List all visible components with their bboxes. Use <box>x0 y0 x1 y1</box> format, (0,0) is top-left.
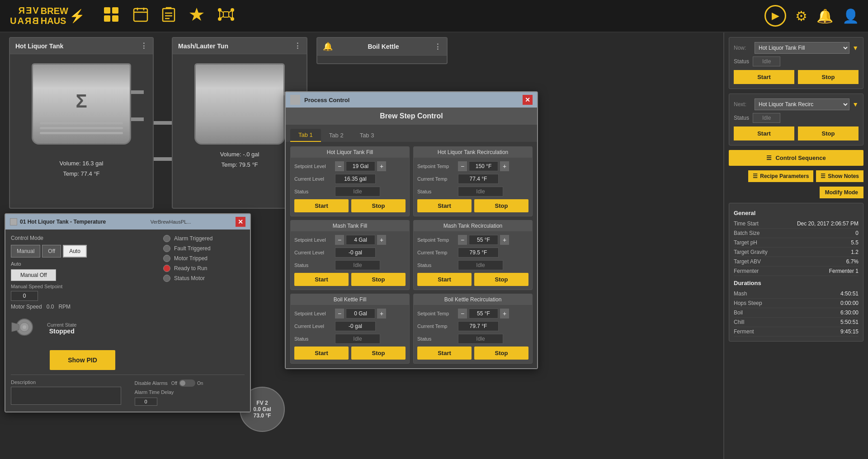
bk-recirc-stop-button[interactable]: Stop <box>474 347 528 360</box>
mash-recirc-title: Mash Tank Recirculation <box>414 220 532 231</box>
mash-fill-start-button[interactable]: Start <box>294 273 349 286</box>
manual-off-button[interactable]: Manual Off <box>11 269 56 281</box>
hlt-fill-start-button[interactable]: Start <box>294 199 349 212</box>
pid-close-button[interactable]: ✕ <box>236 217 245 227</box>
hlt-recirc-status-label: Status <box>417 189 458 194</box>
description-label: Description <box>11 379 121 385</box>
bk-fill-setpoint-plus[interactable]: + <box>377 309 386 318</box>
pid-bottom-section: Description Disable Alarms Off On <box>11 375 245 406</box>
process-control-tabs: Tab 1 Tab 2 Tab 3 <box>286 125 537 142</box>
pid-minimize-icon[interactable] <box>10 218 17 225</box>
ready-to-run-label: Ready to Run <box>174 265 207 272</box>
now-status-value: Idle <box>753 56 780 66</box>
recipe-params-button[interactable]: ☰ Recipe Parameters <box>748 170 813 182</box>
alarm-time-delay-input[interactable] <box>135 398 157 406</box>
show-pid-button[interactable]: Show PID <box>50 350 115 370</box>
auto-mode-button[interactable]: Auto <box>63 245 87 258</box>
modal-minimize-button[interactable] <box>290 95 300 105</box>
bk-recirc-start-button[interactable]: Start <box>417 347 472 360</box>
mlt-menu-icon[interactable]: ⋮ <box>294 42 301 50</box>
hlt-temp: Temp: 77.4 °F <box>60 169 104 179</box>
manual-mode-button[interactable]: Manual <box>11 245 40 258</box>
main-content: Hot Liquor Tank ⋮ Σ <box>0 33 868 459</box>
time-start-label: Time Start <box>734 220 759 227</box>
hlt-fill-stop-button[interactable]: Stop <box>351 199 406 212</box>
svg-point-29 <box>23 325 26 329</box>
off-mode-button[interactable]: Off <box>42 245 61 258</box>
now-status-row: Status Idle <box>734 56 859 66</box>
status-motor-indicator <box>163 275 170 282</box>
mash-recirc-status-label: Status <box>417 262 458 268</box>
toggle-track[interactable] <box>179 379 195 387</box>
mash-recirc-buttons: Start Stop <box>417 273 528 286</box>
clipboard-icon[interactable] <box>162 7 175 25</box>
mash-fill-stop-button[interactable]: Stop <box>351 273 406 286</box>
bk-fill-status-value: Idle <box>335 334 380 344</box>
next-stop-button[interactable]: Stop <box>798 126 859 141</box>
target-abv-label: Target ABV <box>734 258 761 265</box>
next-name-select[interactable]: Hot Liquor Tank Recirc <box>755 98 849 110</box>
user-icon[interactable]: 👤 <box>842 8 859 24</box>
next-sequence-buttons: Start Stop <box>734 126 859 141</box>
mash-recirc-stop-button[interactable]: Stop <box>474 273 528 286</box>
mash-recirc-setpoint-plus[interactable]: + <box>500 235 509 245</box>
notification-icon[interactable]: 🔔 <box>816 8 833 24</box>
next-name-row: Next: Hot Liquor Tank Recirc ▼ <box>734 98 859 110</box>
fermenter-param: Fermenter Fermenter 1 <box>734 267 859 276</box>
bk-recirc-setpoint-minus[interactable]: − <box>458 309 467 318</box>
now-start-button[interactable]: Start <box>734 70 794 84</box>
mash-recirc-start-button[interactable]: Start <box>417 273 472 286</box>
tab-3[interactable]: Tab 3 <box>352 129 382 142</box>
brew-step-control-title: Brew Step Control <box>380 112 443 120</box>
ferment-duration-param: Ferment 9:45:15 <box>734 327 859 337</box>
bk-fill-start-button[interactable]: Start <box>294 347 349 360</box>
tab-1[interactable]: Tab 1 <box>290 129 321 142</box>
hlt-volume: Volume: 16.3 gal <box>60 158 104 169</box>
hlt-recirc-setpoint-plus[interactable]: + <box>500 161 509 171</box>
bk-recirc-setpoint-plus[interactable]: + <box>500 309 509 318</box>
mash-recirc-setpoint-minus[interactable]: − <box>458 235 467 245</box>
modify-mode-button[interactable]: Modify Mode <box>820 187 863 198</box>
mlt-volume: Volume: -.0 gal <box>220 149 259 159</box>
mash-fill-setpoint-minus[interactable]: − <box>335 235 344 245</box>
bk-menu-icon[interactable]: ⋮ <box>434 42 441 51</box>
pid-current-state: Current State Stopped <box>47 322 76 335</box>
hlt-fill-setpoint-control: − 19 Gal + <box>335 161 386 171</box>
next-start-button[interactable]: Start <box>734 126 794 141</box>
show-notes-button[interactable]: ☰ Show Notes <box>816 170 863 182</box>
hlt-recirc-start-button[interactable]: Start <box>417 199 472 212</box>
disable-alarms-toggle[interactable]: Off On <box>171 379 203 387</box>
hlt-info: Volume: 16.3 gal Temp: 77.4 °F <box>60 158 104 179</box>
mash-fill-current-value: -0 gal <box>335 248 376 258</box>
modify-mode-row: Modify Mode <box>729 187 863 198</box>
control-sequence-button[interactable]: ☰ Control Sequence <box>729 150 863 166</box>
hlt-fill-setpoint-minus[interactable]: − <box>335 161 344 171</box>
tab-2[interactable]: Tab 2 <box>321 129 352 142</box>
motor-speed-label: Motor Speed <box>11 304 42 310</box>
hlt-fill-title: Hot Liquor Tank Fill <box>291 147 409 158</box>
now-name-select[interactable]: Hot Liquor Tank Fill <box>755 42 849 54</box>
bk-fill-stop-button[interactable]: Stop <box>351 347 406 360</box>
modal-close-button[interactable]: ✕ <box>523 95 533 105</box>
play-button[interactable]: ▶ <box>764 5 786 27</box>
dashboard-icon[interactable] <box>103 6 119 26</box>
now-label: Now: <box>734 45 752 51</box>
settings-icon[interactable]: ⚙ <box>795 8 807 24</box>
circuit-icon[interactable] <box>218 6 234 26</box>
now-stop-button[interactable]: Stop <box>798 70 859 84</box>
speed-setpoint-input[interactable] <box>11 291 38 301</box>
boil-duration-param: Boil 6:30:00 <box>734 308 859 318</box>
chill-duration-value: 5:50:51 <box>840 319 859 325</box>
hlt-fill-setpoint-plus[interactable]: + <box>377 161 386 171</box>
star-icon[interactable] <box>189 7 204 25</box>
boil-duration-label: Boil <box>734 309 743 316</box>
hlt-recirc-setpoint-minus[interactable]: − <box>458 161 467 171</box>
fault-triggered-indicator <box>163 245 170 252</box>
hlt-menu-icon[interactable]: ⋮ <box>140 42 147 50</box>
description-textarea[interactable] <box>11 387 121 405</box>
bk-fill-setpoint-minus[interactable]: − <box>335 309 344 318</box>
calendar-icon[interactable] <box>133 7 148 25</box>
ferment-duration-value: 9:45:15 <box>840 328 859 335</box>
hlt-recirc-stop-button[interactable]: Stop <box>474 199 528 212</box>
mash-fill-setpoint-plus[interactable]: + <box>377 235 386 245</box>
